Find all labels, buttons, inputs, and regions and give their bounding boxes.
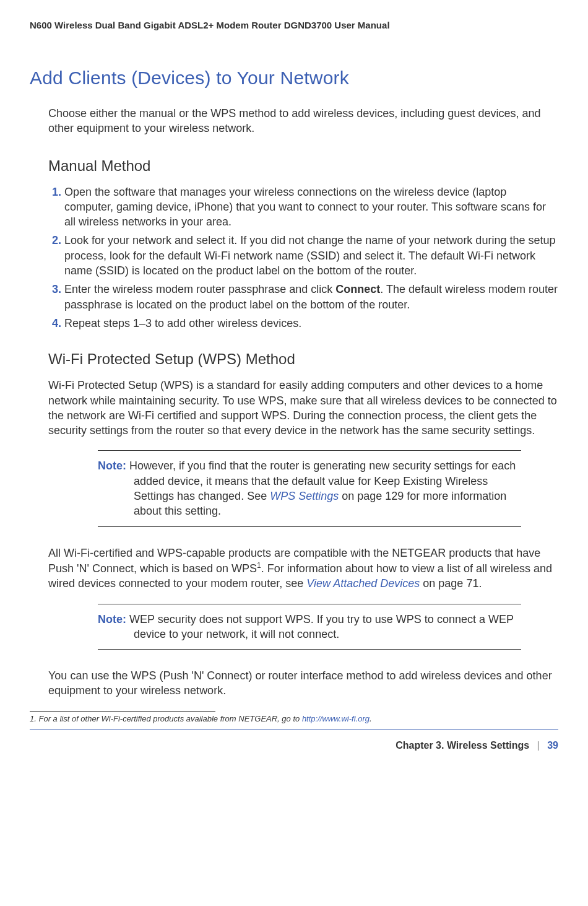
step-3-pre: Enter the wireless modem router passphra…	[64, 283, 335, 295]
wps-compat-para: All Wi-Fi-certified and WPS-capable prod…	[48, 546, 558, 591]
note-block-2: Note: WEP security does not support WPS.…	[98, 604, 521, 650]
step-1: Open the software that manages your wire…	[64, 185, 558, 230]
connect-bold: Connect	[335, 283, 380, 295]
wps-method-heading: Wi-Fi Protected Setup (WPS) Method	[48, 351, 558, 368]
section-intro: Choose either the manual or the WPS meth…	[48, 106, 558, 136]
note-label-1: Note:	[98, 460, 126, 472]
wps-settings-link[interactable]: WPS Settings	[270, 490, 339, 502]
footnote-rule	[30, 711, 215, 712]
footer-rule	[30, 730, 558, 730]
footer-page-number: 39	[547, 740, 558, 751]
page: N600 Wireless Dual Band Gigabit ADSL2+ M…	[0, 0, 588, 906]
footnote-num: 1.	[30, 714, 37, 723]
manual-method-heading: Manual Method	[48, 157, 558, 175]
step-2: Look for your network and select it. If …	[64, 233, 558, 278]
wps-intro: Wi-Fi Protected Setup (WPS) is a standar…	[48, 378, 558, 438]
note-block-1: Note: However, if you find that the rout…	[98, 450, 521, 526]
section-heading: Add Clients (Devices) to Your Network	[30, 68, 558, 89]
footnote-post: .	[370, 714, 372, 723]
footer-chapter: Chapter 3. Wireless Settings	[396, 740, 529, 751]
wps-closing-para: You can use the WPS (Push 'N' Connect) o…	[48, 668, 558, 699]
footnote-link[interactable]: http://www.wi-fi.org	[302, 714, 370, 723]
footnote-pre: For a list of other Wi-Fi-certified prod…	[37, 714, 302, 723]
manual-steps-list: Open the software that manages your wire…	[48, 185, 558, 331]
footnote-1: 1. For a list of other Wi-Fi-certified p…	[30, 714, 558, 723]
view-attached-devices-link[interactable]: View Attached Devices	[306, 577, 420, 590]
running-header: N600 Wireless Dual Band Gigabit ADSL2+ M…	[30, 20, 558, 30]
step-4: Repeat steps 1–3 to add other wireless d…	[64, 316, 558, 331]
page-footer: Chapter 3. Wireless Settings | 39	[30, 740, 558, 751]
compat-post: on page 71.	[420, 577, 482, 590]
note-2-text: WEP security does not support WPS. If yo…	[129, 613, 514, 640]
note-label-2: Note:	[98, 613, 126, 625]
footnote-ref-1: 1	[257, 561, 261, 570]
step-3: Enter the wireless modem router passphra…	[64, 282, 558, 312]
footer-sep: |	[537, 740, 540, 751]
